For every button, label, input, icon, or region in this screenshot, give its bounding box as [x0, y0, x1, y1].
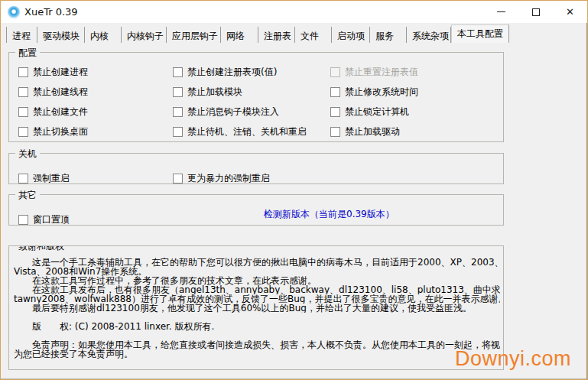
checkbox-box[interactable]: [330, 107, 340, 117]
other-column-1: 窗口置顶: [18, 204, 70, 229]
credits-disclaimer-line: 为您已经接受了本免责声明。: [14, 349, 500, 359]
group-shutdown-title: 关机: [15, 148, 40, 161]
checkbox-box[interactable]: [18, 215, 28, 225]
checkbox-box[interactable]: [173, 107, 183, 117]
checkbox-box[interactable]: [18, 107, 28, 117]
check-new-version-link[interactable]: 检测新版本（当前是0.39版本）: [264, 208, 395, 221]
checkbox-no-load-driver[interactable]: 禁止加载驱动: [330, 122, 418, 141]
checkbox-no-switch-desktop[interactable]: 禁止切换桌面: [18, 122, 88, 141]
checkbox-box[interactable]: [173, 87, 183, 97]
checkbox-no-standby-logoff-shutdown-reboot[interactable]: 禁止待机、注销、关机和重启: [173, 122, 307, 141]
credits-line: tawny2008、wolfwalk888）进行了卓有成效的测试，反馈了一些Bu…: [14, 294, 500, 304]
checkbox-no-reset-registry-value: 禁止重置注册表值: [330, 62, 418, 82]
app-logo-icon: [8, 6, 20, 18]
minimize-icon: [497, 11, 505, 12]
config-column-2: 禁止创建注册表项(值) 禁止加载模块 禁止消息钩子模块注入 禁止待机、注销、关机…: [173, 62, 307, 141]
group-config: 配置 禁止创建进程 禁止创建线程 禁止创建文件 禁止切换桌面 禁止创建注册: [8, 52, 504, 142]
close-button[interactable]: ✕: [553, 1, 587, 23]
checkbox-box[interactable]: [18, 174, 28, 184]
checkbox-no-create-registry-item[interactable]: 禁止创建注册表项(值): [173, 62, 307, 82]
credits-text: 这是一个手工杀毒辅助工具，在它的帮助下您可以很方便的揪出电脑中的病毒木马，目前适…: [14, 258, 500, 359]
checkbox-box: [330, 67, 340, 77]
tab-network[interactable]: 网络: [221, 27, 258, 43]
credits-disclaimer-line: 免责声明：如果您使用本工具，给您直接或者间接造成损失、损害，本人概不负责。从您使…: [14, 340, 500, 349]
tab-files[interactable]: 文件: [295, 27, 332, 43]
shutdown-column-1: 强制重启: [18, 163, 70, 188]
checkbox-box[interactable]: [173, 174, 183, 184]
checkbox-box[interactable]: [18, 87, 28, 97]
group-credits-title: 致谢和版权: [15, 245, 67, 253]
tab-processes[interactable]: 进程: [6, 27, 37, 43]
checkbox-no-load-module[interactable]: 禁止加载模块: [173, 82, 307, 102]
tab-bar: 进程 驱动模块 内核 内核钩子 应用层钩子 网络 注册表 文件 启动项 服务 系…: [2, 24, 586, 43]
group-other: 其它 窗口置顶 检测新版本（当前是0.39版本）: [8, 194, 504, 226]
tab-registry[interactable]: 注册表: [258, 27, 295, 43]
group-credits: 致谢和版权 这是一个手工杀毒辅助工具，在它的帮助下您可以很方便的揪出电脑中的病毒…: [8, 245, 504, 370]
maximize-button[interactable]: [518, 1, 553, 23]
tab-services[interactable]: 服务: [370, 27, 407, 43]
credits-line: 在这款工具发布后，也有很多朋友（angel13th、annybaby、backw…: [14, 285, 500, 294]
checkbox-box[interactable]: [18, 127, 28, 137]
checkbox-window-topmost[interactable]: 窗口置顶: [18, 209, 70, 229]
tab-app-hooks[interactable]: 应用层钩子: [167, 27, 221, 43]
credits-line: 这是一个手工杀毒辅助工具，在它的帮助下您可以很方便的揪出电脑中的病毒木马，目前适…: [14, 258, 500, 267]
checkbox-box[interactable]: [18, 67, 28, 77]
credits-line: Vista、2008和Win7操作系统。: [14, 267, 500, 276]
config-column-3: 禁止重置注册表值 禁止修改系统时间 禁止锁定计算机 禁止加载驱动: [330, 62, 418, 141]
minimize-button[interactable]: [484, 1, 518, 23]
credits-line: 在这款工具写作过程中，参考了很多朋友的技术文章，在此表示感谢。: [14, 276, 500, 285]
shutdown-column-2: 更为暴力的强制重启: [173, 163, 270, 188]
checkbox-no-create-process[interactable]: 禁止创建进程: [18, 62, 88, 82]
checkbox-no-lock-computer[interactable]: 禁止锁定计算机: [330, 102, 418, 122]
credits-line: [14, 313, 500, 322]
tab-driver-modules[interactable]: 驱动模块: [37, 27, 85, 43]
checkbox-no-modify-system-time[interactable]: 禁止修改系统时间: [330, 82, 418, 102]
window-controls: ✕: [484, 1, 587, 23]
title-bar: XueTr 0.39 ✕: [1, 1, 587, 23]
tab-kernel-hooks[interactable]: 内核钩子: [122, 27, 167, 43]
checkbox-no-create-thread[interactable]: 禁止创建线程: [18, 82, 88, 102]
checkbox-more-violent-force-reboot[interactable]: 更为暴力的强制重启: [173, 168, 270, 188]
config-column-1: 禁止创建进程 禁止创建线程 禁止创建文件 禁止切换桌面: [18, 62, 88, 141]
tab-startup[interactable]: 启动项: [332, 27, 370, 43]
group-shutdown: 关机 强制重启 更为暴力的强制重启: [8, 153, 504, 184]
close-icon: ✕: [566, 7, 574, 17]
group-other-title: 其它: [15, 189, 40, 202]
credits-copyright-line: 版 权: (C) 2008-2011 linxer. 版权所有.: [14, 322, 500, 331]
checkbox-no-create-file[interactable]: 禁止创建文件: [18, 102, 88, 122]
tab-tool-config[interactable]: 本工具配置: [451, 24, 509, 43]
app-window: XueTr 0.39 ✕ 进程 驱动模块 内核 内核钩子 应用层钩子 网络 注册…: [0, 0, 588, 380]
checkbox-force-reboot[interactable]: 强制重启: [18, 168, 70, 188]
group-config-title: 配置: [15, 47, 40, 60]
checkbox-box[interactable]: [330, 87, 340, 97]
checkbox-box[interactable]: [330, 127, 340, 137]
window-title: XueTr 0.39: [24, 6, 78, 18]
maximize-icon: [532, 8, 540, 16]
checkbox-box[interactable]: [173, 67, 183, 77]
credits-line: [14, 331, 500, 340]
credits-line: 最后要特别感谢dl123100朋友，他发现了这个工具60%以上的Bug，并给出了…: [14, 304, 500, 313]
downyi-watermark: Downyi.com: [455, 347, 571, 371]
tab-system-misc[interactable]: 系统杂项: [407, 27, 451, 43]
checkbox-no-msghook-module-inject[interactable]: 禁止消息钩子模块注入: [173, 102, 307, 122]
checkbox-box[interactable]: [173, 127, 183, 137]
tab-kernel[interactable]: 内核: [85, 27, 122, 43]
